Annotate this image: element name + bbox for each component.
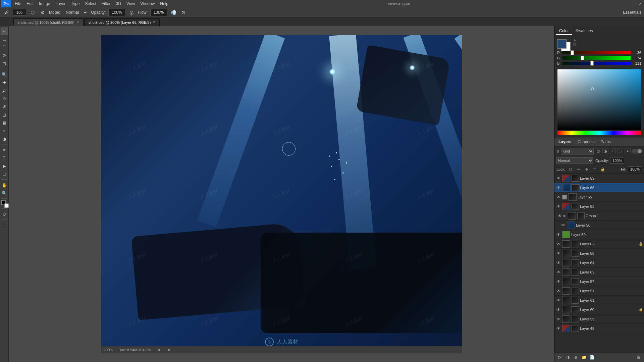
layer-visibility-toggle[interactable]: 👁 [557,213,562,219]
layer-visibility-toggle[interactable]: 👁 [556,185,561,190]
layer-visibility-toggle[interactable]: 👁 [556,241,561,247]
b-slider[interactable] [562,62,631,65]
layer-visibility-toggle[interactable]: 👁 [556,251,561,256]
pen-tool[interactable]: ✒ [1,146,8,154]
menu-layer[interactable]: Layer [53,1,68,7]
quick-mask-tool[interactable]: ⊙ [1,210,8,218]
layer-item[interactable]: 👁 Layer 62 🔒 [554,239,644,249]
menu-image[interactable]: Image [36,1,53,7]
layer-visibility-toggle[interactable]: 👁 [560,223,566,228]
menu-edit[interactable]: Edit [24,1,36,7]
swatches-tab[interactable]: Swatches [572,27,596,35]
g-thumb[interactable] [581,56,584,60]
layer-item[interactable]: 👁 Layer 55 [554,249,644,258]
hand-tool[interactable]: ✋ [1,181,8,189]
lock-position-icon[interactable]: ✤ [584,167,589,172]
layer-visibility-toggle[interactable]: 👁 [556,316,561,322]
blur-tool[interactable]: ○ [1,127,8,134]
tab-close-shots[interactable]: ✕ [76,20,79,24]
adjustment-filter-icon[interactable]: ◑ [602,148,608,154]
scroll-right-arrow[interactable]: ▶ [167,347,172,353]
history-brush-tool[interactable]: ↺ [1,103,8,110]
g-slider[interactable] [562,56,631,60]
menu-file[interactable]: File [12,1,24,7]
layer-visibility-toggle[interactable]: 👁 [556,260,561,265]
menu-type[interactable]: Type [68,1,82,7]
layer-item[interactable]: 👁 Layer 64 [554,258,644,267]
color-spectrum[interactable] [557,69,641,130]
layer-item-active[interactable]: 👁 Layer 66 [554,183,644,192]
close-button[interactable]: ✕ [638,1,643,6]
opacity-value[interactable]: 100% [610,158,624,164]
background-color[interactable] [4,203,9,208]
add-layer-button[interactable]: 📄 [589,354,595,361]
layer-item[interactable]: 👁 Layer 63 [554,267,644,277]
screen-mode-btn[interactable]: ⬚ [1,221,8,229]
layer-visibility-toggle[interactable]: 👁 [556,194,561,200]
minimize-button[interactable]: ─ [627,1,632,6]
layer-item[interactable]: 👁 Layer 49 [554,324,644,333]
layers-tab[interactable]: Layers [556,139,574,145]
move-tool[interactable]: ↔ [1,27,8,35]
pressure-opacity-icon[interactable]: ◎ [128,9,135,16]
layer-visibility-toggle[interactable]: 👁 [556,298,561,303]
tab-shot9[interactable]: shot9.psd @ 200% (Layer 66, RGB/8) ✕ [84,18,160,26]
flow-value[interactable]: 100% [150,9,167,16]
swap-colors-icon[interactable]: ⇆ [574,39,577,42]
menu-select[interactable]: Select [82,1,99,7]
add-group-button[interactable]: 📁 [581,354,587,361]
brush-preset-icon[interactable]: ⬡ [29,9,36,16]
path-select-tool[interactable]: ▶ [1,162,8,170]
lasso-tool[interactable]: ⌒ [1,44,8,51]
b-thumb[interactable] [590,61,594,66]
pixel-filter-icon[interactable]: ⊡ [595,148,601,154]
tab-close-shot9[interactable]: ✕ [153,20,155,24]
menu-view[interactable]: View [124,1,138,7]
default-colors-icon[interactable]: ⬛ [573,43,576,46]
scroll-left-arrow[interactable]: ◀ [156,347,161,353]
layer-item[interactable]: 👁 Layer 57 [554,277,644,286]
heal-tool[interactable]: ✚ [1,79,8,86]
select-rect-tool[interactable]: ▭ [1,36,8,43]
crop-tool[interactable]: ⊡ [1,60,8,67]
essentials-button[interactable]: Essentials [623,10,641,15]
dodge-tool[interactable]: ◑ [1,135,8,142]
layer-visibility-toggle[interactable]: 👁 [556,326,561,331]
paths-tab[interactable]: Paths [598,139,613,145]
hue-bar[interactable] [557,131,641,135]
layer-item[interactable]: 👁 Layer 61 [554,296,644,305]
eyedropper-tool[interactable]: 🔍 [1,71,8,78]
opacity-value[interactable]: 100% [108,9,125,16]
maximize-button[interactable]: □ [633,1,637,6]
layer-visibility-toggle[interactable]: 👁 [556,288,561,294]
layer-visibility-toggle[interactable]: 👁 [556,176,561,181]
menu-help[interactable]: Help [157,1,171,7]
blend-mode-select[interactable]: Normal [556,157,593,164]
layer-item[interactable]: 👁 Layer 52 [554,202,644,211]
fill-value[interactable]: 100% [628,166,642,172]
lock-pixels-icon[interactable]: ✏ [576,167,581,172]
eraser-tool[interactable]: ◻ [1,111,8,118]
channels-tab[interactable]: Channels [576,139,597,145]
filter-toggle[interactable] [632,149,642,154]
layer-item[interactable]: 👁 8 Layer 65 [554,192,644,202]
layer-visibility-toggle[interactable]: 👁 [556,232,561,237]
color-tab[interactable]: Color [556,27,572,35]
layer-group-item[interactable]: 👁 ▶ Group 1 [554,211,644,221]
foreground-swatch[interactable] [557,39,567,49]
type-tool[interactable]: T [1,154,8,162]
layer-item-indented[interactable]: 👁 Layer 56 [554,221,644,230]
layer-visibility-toggle[interactable]: 👁 [556,204,561,209]
brush-settings-icon[interactable]: ⚙ [39,9,46,16]
airbrush-icon[interactable]: 💨 [170,9,177,16]
lock-all-icon[interactable]: 🔒 [600,167,605,172]
layer-item[interactable]: 👁 Layer 60 🔒 [554,305,644,314]
shape-tool[interactable]: □ [1,170,8,178]
kind-select[interactable]: Kind [561,148,594,155]
r-slider[interactable] [562,51,631,54]
add-adjustment-button[interactable]: ⊕ [573,354,579,361]
brush-tool-icon[interactable]: 🖌 [3,9,10,16]
lock-artboard-icon[interactable]: ◻ [592,167,597,172]
zoom-tool[interactable]: 🔍 [1,189,8,197]
layer-item[interactable]: 👁 Layer 50 [554,230,644,239]
